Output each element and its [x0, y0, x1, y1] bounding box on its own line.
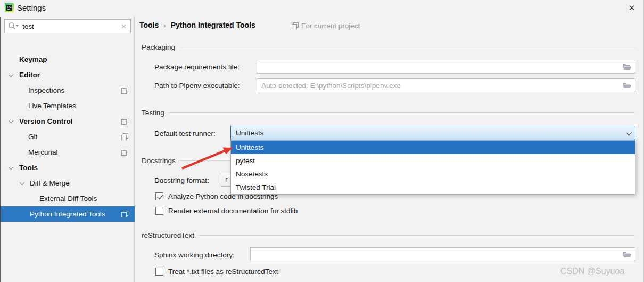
section-restructuredtext: reStructuredText	[142, 231, 635, 239]
title-bar: PC Settings ✕	[0, 0, 643, 16]
copy-settings-icon	[121, 118, 128, 125]
sidebar-item-tools[interactable]: Tools	[0, 160, 135, 175]
dropdown-option-nosetests[interactable]: Nosetests	[231, 167, 635, 181]
watermark: CSDN @Suyuoa	[560, 267, 624, 276]
browse-folder-icon[interactable]	[623, 82, 631, 89]
docstring-format-label: Docstring format:	[154, 176, 209, 184]
docstring-format-value: r	[225, 175, 228, 183]
copy-settings-icon	[121, 211, 128, 217]
chevron-down-icon[interactable]	[9, 72, 14, 77]
pipenv-path-field[interactable]	[257, 78, 635, 92]
section-packaging: Packaging	[142, 43, 635, 51]
annotation-arrow	[176, 141, 240, 174]
dropdown-option-pytest[interactable]: pytest	[231, 154, 635, 167]
project-scope-icon	[292, 22, 299, 29]
breadcrumb-separator: ›	[163, 21, 166, 29]
test-runner-combobox[interactable]: Unittests	[230, 126, 635, 140]
browse-folder-icon[interactable]	[623, 251, 631, 258]
section-divider	[169, 112, 635, 113]
sidebar-item-git[interactable]: Git	[0, 129, 135, 144]
treat-txt-checkbox[interactable]	[155, 268, 163, 276]
dropdown-option-unittests[interactable]: Unittests	[231, 141, 635, 154]
settings-sidebar: ✕ Keymap Editor Inspections Live Templat…	[0, 16, 135, 282]
search-icon	[8, 22, 20, 30]
treat-txt-label: Treat *.txt files as reStructuredText	[168, 268, 278, 276]
search-box[interactable]: ✕	[4, 19, 131, 33]
requirements-file-input[interactable]	[257, 60, 635, 73]
sidebar-item-inspections[interactable]: Inspections	[0, 83, 135, 98]
render-docs-label: Render external documentation for stdlib	[168, 207, 298, 215]
sidebar-item-label: External Diff Tools	[39, 191, 97, 206]
test-runner-label: Default test runner:	[154, 130, 216, 138]
scope-label: For current project	[301, 22, 360, 30]
section-testing: Testing	[142, 109, 635, 117]
sidebar-item-version-control[interactable]: Version Control	[0, 114, 135, 129]
sidebar-item-external-diff-tools[interactable]: External Diff Tools	[0, 191, 135, 206]
section-title: Docstrings	[142, 157, 176, 165]
search-input[interactable]	[22, 22, 121, 30]
test-runner-dropdown: Unittests pytest Nosetests Twisted Trial	[230, 140, 635, 195]
render-docs-row[interactable]: Render external documentation for stdlib	[155, 207, 298, 215]
section-title: reStructuredText	[142, 231, 194, 239]
section-divider	[199, 235, 635, 236]
test-runner-value: Unittests	[236, 129, 264, 137]
window-left-edge	[0, 17, 1, 282]
browse-folder-icon[interactable]	[623, 63, 631, 70]
chevron-down-icon	[626, 129, 632, 135]
requirements-file-field[interactable]	[257, 60, 635, 74]
treat-txt-row[interactable]: Treat *.txt files as reStructuredText	[155, 268, 278, 276]
requirements-file-label: Package requirements file:	[154, 63, 240, 71]
sidebar-item-label: Python Integrated Tools	[30, 206, 105, 222]
pycharm-logo-icon: PC	[5, 3, 14, 12]
chevron-down-icon[interactable]	[20, 180, 25, 186]
sidebar-item-label: Inspections	[28, 83, 64, 98]
sidebar-item-label: Tools	[19, 160, 38, 175]
chevron-down-icon[interactable]	[9, 165, 14, 170]
search-clear-icon[interactable]: ✕	[121, 22, 127, 30]
sidebar-item-label: Diff & Merge	[30, 175, 70, 191]
sidebar-item-mercurial[interactable]: Mercurial	[0, 144, 135, 160]
sidebar-item-label: Live Templates	[28, 98, 76, 114]
window-title: Settings	[17, 3, 46, 12]
sidebar-item-label: Mercurial	[28, 144, 58, 160]
copy-settings-icon	[121, 149, 128, 156]
sidebar-item-python-integrated-tools[interactable]: Python Integrated Tools	[0, 206, 135, 222]
copy-settings-icon	[121, 87, 128, 94]
pipenv-path-label: Path to Pipenv executable:	[154, 82, 240, 90]
sidebar-item-keymap[interactable]: Keymap	[0, 52, 135, 67]
sidebar-item-diff-merge[interactable]: Diff & Merge	[0, 175, 135, 191]
sidebar-item-live-templates[interactable]: Live Templates	[0, 98, 135, 114]
sidebar-item-label: Keymap	[19, 52, 47, 67]
sidebar-item-editor[interactable]: Editor	[0, 67, 135, 83]
sidebar-item-label: Editor	[19, 67, 40, 83]
sidebar-item-label: Git	[28, 129, 37, 144]
section-title: Testing	[142, 109, 164, 117]
sphinx-directory-label: Sphinx working directory:	[154, 251, 235, 259]
close-icon[interactable]: ✕	[626, 2, 638, 14]
section-divider	[179, 47, 635, 47]
sidebar-item-label: Version Control	[19, 114, 73, 129]
sphinx-directory-input[interactable]	[251, 248, 635, 261]
copy-settings-icon	[121, 133, 128, 140]
breadcrumb: Tools › Python Integrated Tools	[139, 21, 255, 29]
breadcrumb-tools[interactable]: Tools	[139, 21, 159, 29]
sphinx-directory-field[interactable]	[250, 247, 635, 261]
dropdown-option-twisted-trial[interactable]: Twisted Trial	[231, 181, 635, 194]
render-docs-checkbox[interactable]	[155, 207, 163, 215]
pipenv-path-input[interactable]	[257, 79, 635, 92]
scope-indicator: For current project	[292, 22, 360, 30]
section-title: Packaging	[142, 43, 175, 51]
analyze-docstrings-checkbox[interactable]	[155, 192, 163, 200]
chevron-down-icon[interactable]	[9, 118, 14, 124]
breadcrumb-page-title: Python Integrated Tools	[171, 21, 255, 29]
